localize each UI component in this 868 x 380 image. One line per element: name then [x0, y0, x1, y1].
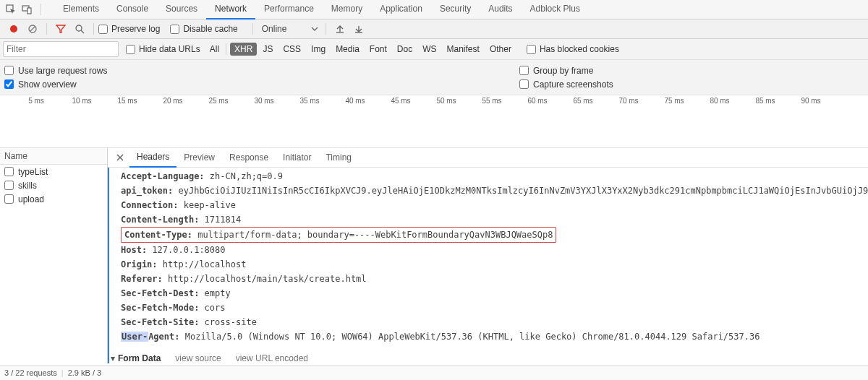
request-details: Headers Preview Response Initiator Timin… [108, 148, 868, 363]
filter-input[interactable] [3, 41, 119, 57]
type-media[interactable]: Media [331, 43, 364, 56]
tab-adblock-plus[interactable]: Adblock Plus [522, 0, 589, 18]
type-other[interactable]: Other [485, 43, 516, 56]
header-key: Content-Type: [124, 230, 192, 240]
use-large-rows-check[interactable]: Use large request rows [3, 64, 518, 77]
group-by-frame-checkbox[interactable] [519, 66, 529, 75]
timeline-tick: 35 ms [299, 97, 319, 105]
timeline-overview[interactable]: 5 ms10 ms15 ms20 ms25 ms30 ms35 ms40 ms4… [0, 95, 868, 148]
request-row[interactable]: upload [0, 192, 107, 206]
group-by-frame-check[interactable]: Group by frame [518, 64, 593, 77]
view-url-encoded-button[interactable]: view URL encoded [236, 351, 308, 363]
separator [41, 4, 41, 15]
upload-har-icon[interactable] [333, 22, 346, 35]
tab-initiator[interactable]: Initiator [276, 148, 318, 167]
record-icon[interactable] [7, 22, 20, 35]
request-checkbox[interactable] [4, 181, 14, 190]
status-requests: 3 / 22 requests [4, 368, 57, 377]
type-manifest[interactable]: Manifest [443, 43, 484, 56]
show-overview-checkbox[interactable] [4, 79, 14, 89]
hide-data-urls-check[interactable]: Hide data URLs [126, 44, 200, 54]
timeline-tick: 75 ms [664, 97, 684, 105]
has-blocked-cookies-label: Has blocked cookies [540, 44, 619, 54]
status-bar: 3 / 22 requests | 2.9 kB / 3 [0, 365, 868, 380]
timeline-tick: 25 ms [208, 97, 228, 105]
type-img[interactable]: Img [307, 43, 330, 56]
has-blocked-cookies-check[interactable]: Has blocked cookies [527, 44, 619, 54]
clear-icon[interactable] [26, 22, 39, 35]
tab-sources[interactable]: Sources [157, 0, 206, 18]
request-row[interactable]: typeList [0, 165, 107, 178]
svg-point-6 [76, 25, 82, 31]
preserve-log-checkbox[interactable] [98, 25, 108, 34]
capture-screenshots-label: Capture screenshots [533, 79, 613, 90]
header-value: empty [205, 288, 231, 298]
form-data-section[interactable]: ▾ Form Data view source view URL encoded [111, 351, 868, 363]
has-blocked-cookies-checkbox[interactable] [527, 45, 536, 54]
show-overview-check[interactable]: Show overview [3, 77, 518, 91]
type-all[interactable]: All [205, 43, 224, 56]
use-large-rows-label: Use large request rows [18, 66, 107, 76]
timeline-tick: 10 ms [72, 97, 91, 105]
tab-headers[interactable]: Headers [129, 148, 176, 168]
search-highlight: User- [121, 332, 148, 342]
headers-panel: Accept-Language: zh-CN,zh;q=0.9 api_toke… [108, 168, 868, 363]
tab-preview[interactable]: Preview [176, 148, 222, 167]
preserve-log-check[interactable]: Preserve log [98, 24, 160, 34]
type-ws[interactable]: WS [418, 43, 441, 56]
type-js[interactable]: JS [258, 43, 277, 56]
status-size: 2.9 kB / 3 [68, 368, 101, 377]
inspect-icon[interactable] [4, 3, 17, 16]
device-toggle-icon[interactable] [20, 3, 33, 16]
header-value: keep-alive [184, 200, 236, 210]
type-doc[interactable]: Doc [393, 43, 417, 56]
timeline-tick: 70 ms [618, 97, 638, 105]
use-large-rows-checkbox[interactable] [4, 66, 14, 75]
timeline-tick: 40 ms [345, 97, 365, 105]
main-split: Name typeList skills upload Headers Prev… [0, 148, 868, 363]
throttling-select[interactable]: Online [262, 24, 287, 34]
tab-memory[interactable]: Memory [323, 0, 371, 18]
tab-application[interactable]: Application [371, 0, 431, 18]
disable-cache-check[interactable]: Disable cache [170, 24, 237, 34]
tab-timing[interactable]: Timing [318, 148, 359, 167]
header-key: Sec-Fetch-Dest: [121, 288, 199, 298]
separator [93, 23, 94, 35]
tab-response[interactable]: Response [222, 148, 276, 167]
close-icon[interactable] [114, 148, 127, 167]
download-har-icon[interactable] [352, 22, 365, 35]
filter-bar: Hide data URLs All XHR JS CSS Img Media … [0, 39, 868, 60]
disable-cache-checkbox[interactable] [170, 25, 179, 34]
view-source-button[interactable]: view source [175, 351, 221, 363]
hide-data-urls-checkbox[interactable] [126, 45, 135, 54]
header-row: Referer: http://localhost/main/task/crea… [121, 272, 868, 286]
header-row: Sec-Fetch-Mode: cors [121, 301, 868, 315]
request-row[interactable]: skills [0, 178, 107, 192]
filter-icon[interactable] [54, 22, 67, 35]
request-checkbox[interactable] [4, 167, 14, 176]
header-row: Connection: keep-alive [121, 198, 868, 212]
tab-performance[interactable]: Performance [255, 0, 323, 18]
header-key: Accept-Language: [121, 171, 205, 181]
request-checkbox[interactable] [4, 194, 14, 204]
tab-security[interactable]: Security [431, 0, 480, 18]
capture-screenshots-check[interactable]: Capture screenshots [518, 77, 613, 91]
tab-console[interactable]: Console [108, 0, 157, 18]
search-icon[interactable] [73, 22, 86, 35]
chevron-down-icon[interactable] [311, 25, 318, 33]
header-row: Origin: http://localhost [121, 257, 868, 272]
svg-point-3 [10, 25, 17, 33]
tab-elements[interactable]: Elements [54, 0, 108, 18]
separator: | [61, 368, 64, 377]
header-value: 1711814 [205, 215, 242, 225]
separator [252, 23, 253, 35]
type-font[interactable]: Font [365, 43, 391, 56]
column-header-name[interactable]: Name [0, 148, 107, 165]
type-xhr[interactable]: XHR [230, 43, 257, 56]
type-css[interactable]: CSS [278, 43, 305, 56]
tab-audits[interactable]: Audits [480, 0, 521, 18]
tab-network[interactable]: Network [206, 0, 255, 20]
header-row: Host: 127.0.0.1:8080 [121, 243, 868, 257]
disable-cache-label: Disable cache [183, 24, 237, 34]
capture-screenshots-checkbox[interactable] [519, 79, 529, 89]
